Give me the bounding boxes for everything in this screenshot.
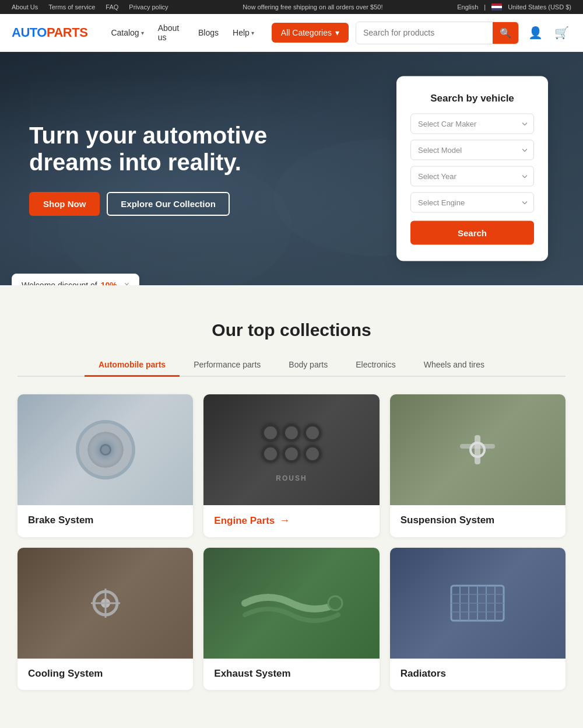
- user-icon: 👤: [528, 26, 543, 39]
- top-bar: About Us Terms of service FAQ Privacy po…: [0, 0, 583, 14]
- hero-content: Turn your automotive dreams into reality…: [0, 99, 338, 239]
- hero-section: Turn your automotive dreams into reality…: [0, 52, 583, 285]
- radiators-body: Radiators: [390, 659, 566, 690]
- tos-link[interactable]: Terms of service: [48, 4, 95, 10]
- privacy-link[interactable]: Privacy policy: [129, 4, 168, 10]
- logo-parts: PARTS: [47, 25, 87, 40]
- logo-auto: AUTO: [12, 25, 47, 40]
- tab-wheels-tires[interactable]: Wheels and tires: [410, 354, 498, 377]
- cooling-system-title: Cooling System: [28, 668, 182, 680]
- hero-headline: Turn your automotive dreams into reality…: [29, 122, 309, 176]
- tab-automobile-parts[interactable]: Automobile parts: [85, 354, 180, 377]
- exhaust-system-image: [203, 548, 379, 659]
- categories-label: All Categories: [281, 28, 332, 37]
- exhaust-system-body: Exhaust System: [203, 659, 379, 690]
- vehicle-search-card: Search by vehicle Select Car Maker Selec…: [396, 76, 548, 261]
- radiator-icon: [448, 580, 507, 626]
- discount-text: Welcome discount of: [22, 281, 97, 285]
- card-brake-system[interactable]: Brake System: [17, 394, 193, 537]
- discount-percent: 10%: [101, 281, 117, 285]
- header-right: All Categories ▾ 🔍 👤 🛒: [272, 22, 571, 44]
- radiators-title: Radiators: [401, 668, 555, 680]
- brake-system-title: Brake System: [28, 514, 182, 526]
- top-bar-links: About Us Terms of service FAQ Privacy po…: [12, 4, 168, 10]
- chevron-down-icon: ▾: [141, 30, 144, 36]
- main-nav: Catalog ▾ About us Blogs Help ▾: [105, 20, 259, 46]
- tab-electronics[interactable]: Electronics: [342, 354, 409, 377]
- engine-parts-image: ROUSH: [203, 394, 379, 505]
- top-bar-region: English | United States (USD $): [457, 4, 571, 10]
- nav-about[interactable]: About us: [152, 20, 190, 46]
- svg-rect-5: [475, 435, 480, 464]
- nav-catalog[interactable]: Catalog ▾: [105, 24, 149, 41]
- collections-section: Our top collections Automobile parts Per…: [0, 285, 583, 713]
- engine-select[interactable]: Select Engine: [410, 192, 534, 213]
- cooling-system-body: Cooling System: [17, 659, 193, 690]
- region-selector[interactable]: United States (USD $): [508, 4, 571, 10]
- flag-icon: [491, 4, 502, 10]
- exhaust-icon: [233, 568, 350, 638]
- card-exhaust-system[interactable]: Exhaust System: [203, 548, 379, 690]
- cooling-icon: [82, 580, 129, 626]
- announcement-text: Now offering free shipping on all orders…: [243, 4, 382, 10]
- nav-blogs[interactable]: Blogs: [192, 24, 224, 41]
- search-input[interactable]: [356, 23, 493, 43]
- year-select[interactable]: Select Year: [410, 166, 534, 187]
- collections-title: Our top collections: [17, 320, 566, 340]
- search-icon: 🔍: [500, 28, 511, 38]
- vehicle-search-title: Search by vehicle: [410, 93, 534, 104]
- search-button[interactable]: 🔍: [493, 22, 518, 44]
- radiators-image: [390, 548, 566, 659]
- suspension-system-image: [390, 394, 566, 505]
- brake-system-body: Brake System: [17, 505, 193, 537]
- hero-buttons: Shop Now Explore Our Collection: [29, 192, 309, 216]
- card-engine-parts[interactable]: ROUSH Engine Parts →: [203, 394, 379, 537]
- card-radiators[interactable]: Radiators: [390, 548, 566, 690]
- svg-point-11: [328, 596, 342, 610]
- search-bar: 🔍: [356, 22, 519, 44]
- header: AUTOPARTS Catalog ▾ About us Blogs Help …: [0, 14, 583, 52]
- vehicle-search-button[interactable]: Search: [410, 221, 534, 245]
- discount-banner: Welcome discount of 10% ×: [12, 274, 139, 285]
- brake-system-image: [17, 394, 193, 505]
- cart-icon: 🛒: [554, 26, 569, 39]
- cards-grid: Brake System ROUSH Engine Parts →: [17, 394, 566, 690]
- faq-link[interactable]: FAQ: [106, 4, 118, 10]
- discount-close-button[interactable]: ×: [124, 280, 129, 285]
- explore-collection-button[interactable]: Explore Our Collection: [107, 192, 230, 216]
- model-select[interactable]: Select Model: [410, 140, 534, 160]
- engine-parts-body: Engine Parts →: [203, 505, 379, 537]
- card-cooling-system[interactable]: Cooling System: [17, 548, 193, 690]
- logo[interactable]: AUTOPARTS: [12, 25, 87, 40]
- collections-tabs: Automobile parts Performance parts Body …: [17, 354, 566, 377]
- cooling-system-image: [17, 548, 193, 659]
- categories-button[interactable]: All Categories ▾: [272, 23, 349, 43]
- nav-help[interactable]: Help ▾: [227, 24, 260, 41]
- divider: |: [484, 4, 486, 10]
- language-selector[interactable]: English: [457, 4, 478, 10]
- suspension-system-body: Suspension System: [390, 505, 566, 537]
- engine-parts-title: Engine Parts →: [214, 514, 368, 527]
- chevron-down-icon: ▾: [335, 28, 339, 37]
- suspension-system-title: Suspension System: [401, 514, 555, 526]
- cart-button[interactable]: 🛒: [552, 23, 571, 42]
- suspension-icon: [454, 426, 501, 473]
- tab-performance-parts[interactable]: Performance parts: [180, 354, 275, 377]
- exhaust-system-title: Exhaust System: [214, 668, 368, 680]
- shop-now-button[interactable]: Shop Now: [29, 192, 100, 216]
- chevron-down-icon: ▾: [251, 30, 254, 36]
- user-account-button[interactable]: 👤: [526, 23, 545, 42]
- card-suspension-system[interactable]: Suspension System: [390, 394, 566, 537]
- tab-body-parts[interactable]: Body parts: [275, 354, 342, 377]
- about-us-link[interactable]: About Us: [12, 4, 38, 10]
- arrow-right-icon: →: [279, 514, 290, 527]
- car-maker-select[interactable]: Select Car Maker: [410, 114, 534, 134]
